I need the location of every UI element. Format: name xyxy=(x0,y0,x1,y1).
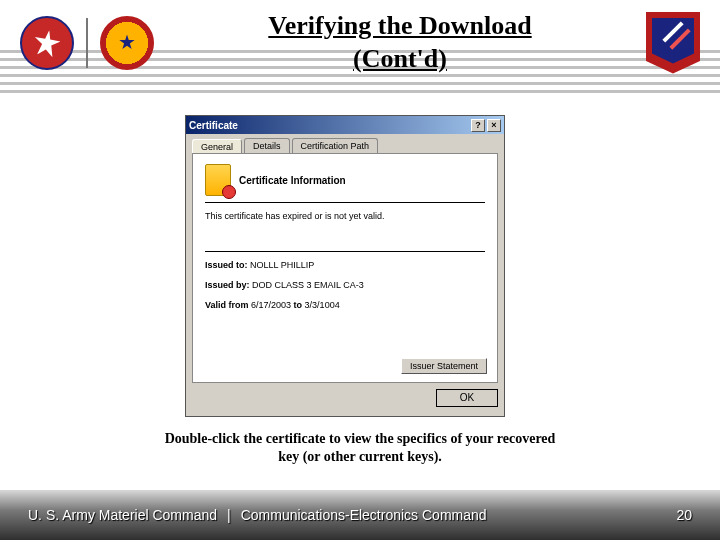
issuer-statement-button[interactable]: Issuer Statement xyxy=(401,358,487,374)
tab-panel-general: Certificate Information This certificate… xyxy=(192,153,498,383)
logo-divider xyxy=(86,18,88,68)
dialog-button-row: OK xyxy=(186,389,504,413)
caption-line-1: Double-click the certificate to view the… xyxy=(165,431,556,446)
issued-to-value: NOLLL PHILLIP xyxy=(250,260,314,270)
valid-from-value: 6/17/2003 xyxy=(251,300,291,310)
valid-row: Valid from 6/17/2003 to 3/3/1004 xyxy=(205,300,485,310)
tab-general[interactable]: General xyxy=(192,139,242,154)
valid-to-word: to xyxy=(294,300,303,310)
left-logos xyxy=(20,16,154,70)
footer-separator: | xyxy=(227,507,231,523)
cert-info-header: Certificate Information xyxy=(205,164,485,203)
tabs-row: General Details Certification Path xyxy=(186,134,504,153)
help-button[interactable]: ? xyxy=(471,119,485,132)
crest-shield-icon xyxy=(646,12,700,74)
cert-warning-text: This certificate has expired or is not y… xyxy=(205,211,485,221)
tab-details[interactable]: Details xyxy=(244,138,290,153)
issued-by-label: Issued by: xyxy=(205,280,250,290)
caption-line-2: key (or other current keys). xyxy=(278,449,442,464)
meta-divider xyxy=(205,251,485,252)
amc-logo-icon xyxy=(20,16,74,70)
issued-to-label: Issued to: xyxy=(205,260,248,270)
slide-caption: Double-click the certificate to view the… xyxy=(0,430,720,466)
footer-mid-text: Communications-Electronics Command xyxy=(241,507,487,523)
certificate-icon xyxy=(205,164,231,196)
cert-info-heading: Certificate Information xyxy=(239,175,346,186)
star-emblem-icon xyxy=(100,16,154,70)
tab-certification-path[interactable]: Certification Path xyxy=(292,138,379,153)
footer-left-text: U. S. Army Materiel Command xyxy=(28,507,217,523)
dialog-title: Certificate xyxy=(189,120,238,131)
title-line-1: Verifying the Download xyxy=(268,11,531,40)
ok-button[interactable]: OK xyxy=(436,389,498,407)
slide-footer: U. S. Army Materiel Command | Communicat… xyxy=(0,490,720,540)
dialog-titlebar: Certificate ? × xyxy=(186,116,504,134)
page-number: 20 xyxy=(676,507,692,523)
page-title: Verifying the Download (Cont'd) xyxy=(154,10,646,75)
valid-from-label: Valid from xyxy=(205,300,249,310)
issued-by-value: DOD CLASS 3 EMAIL CA-3 xyxy=(252,280,364,290)
issued-by-row: Issued by: DOD CLASS 3 EMAIL CA-3 xyxy=(205,280,485,290)
certificate-dialog: Certificate ? × General Details Certific… xyxy=(185,115,505,417)
slide-header: Verifying the Download (Cont'd) xyxy=(0,0,720,75)
title-line-2: (Cont'd) xyxy=(353,44,447,73)
issued-to-row: Issued to: NOLLL PHILLIP xyxy=(205,260,485,270)
valid-to-value: 3/3/1004 xyxy=(305,300,340,310)
close-button[interactable]: × xyxy=(487,119,501,132)
